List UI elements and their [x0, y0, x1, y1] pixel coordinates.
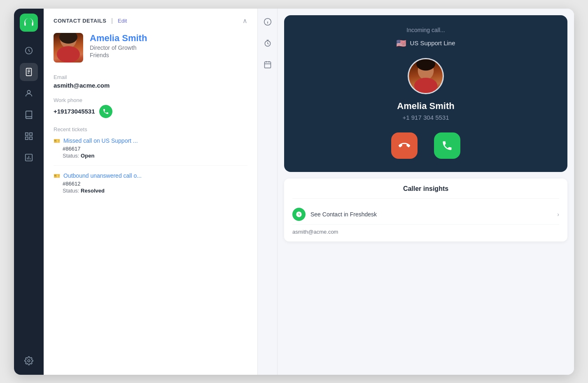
ticket-number-1: #86617: [63, 146, 247, 152]
contact-avatar: [54, 33, 83, 63]
header-divider: |: [111, 17, 113, 24]
freshdesk-icon: [292, 208, 306, 221]
ticket-status-1: Status: Open: [63, 153, 247, 159]
svg-point-11: [28, 360, 30, 362]
nav-item-tickets[interactable]: [20, 127, 38, 145]
insights-email: asmith@acme.com: [292, 225, 559, 235]
contact-header-left: CONTACT DETAILS | Edit: [54, 17, 127, 24]
svg-rect-19: [264, 62, 271, 68]
ticket-number-2: #86612: [63, 181, 247, 187]
right-panel: Incoming call... 🇺🇸 US Support Line: [278, 9, 574, 375]
recent-tickets-label: Recent tickets: [54, 126, 247, 132]
svg-point-25: [414, 78, 437, 93]
nav-item-dashboard[interactable]: [20, 42, 38, 60]
caller-avatar: [408, 58, 444, 94]
caller-phone: +1 917 304 5531: [402, 114, 449, 121]
incoming-call-card: Incoming call... 🇺🇸 US Support Line: [284, 15, 567, 172]
app-logo[interactable]: [20, 14, 38, 32]
email-section: Email asmith@acme.com: [54, 74, 247, 89]
ticket-item-2: 🎫 Outbound unanswered call o... #86612 S…: [54, 172, 247, 200]
app-container: CONTACT DETAILS | Edit ∧: [14, 9, 574, 375]
nav-item-settings[interactable]: [20, 352, 38, 370]
nav-item-phone[interactable]: [20, 63, 38, 81]
contact-avatar-image: [54, 33, 83, 63]
see-contact-row[interactable]: See Contact in Freshdesk ›: [292, 204, 559, 225]
calendar-icon[interactable]: [261, 58, 274, 71]
insights-title: Caller insights: [292, 185, 559, 199]
svg-rect-1: [26, 68, 32, 75]
call-phone-button[interactable]: [99, 105, 112, 118]
work-phone-row: +19173045531: [54, 105, 247, 118]
contact-role: Director of Growth: [90, 44, 247, 51]
svg-rect-6: [26, 132, 28, 135]
ticket-title-row-1: 🎫 Missed call on US Support ...: [54, 137, 247, 144]
nav-item-reports[interactable]: [20, 149, 38, 167]
contact-header: CONTACT DETAILS | Edit ∧: [54, 17, 247, 25]
ticket-icon-1: 🎫: [54, 138, 60, 144]
incoming-call-text: Incoming call...: [406, 27, 445, 33]
caller-avatar-image: [409, 59, 443, 93]
call-actions: [391, 132, 460, 159]
contact-details-text: Amelia Smith Director of Growth Friends: [90, 33, 247, 58]
work-phone-label: Work phone: [54, 97, 247, 103]
svg-rect-8: [26, 137, 28, 139]
left-nav: [14, 9, 44, 375]
contact-panel: CONTACT DETAILS | Edit ∧: [44, 9, 258, 375]
ticket-title-1[interactable]: Missed call on US Support ...: [63, 137, 138, 144]
svg-rect-9: [30, 137, 32, 139]
incoming-call-inner: Incoming call... 🇺🇸 US Support Line: [284, 15, 567, 172]
support-line-row: 🇺🇸 US Support Line: [396, 38, 455, 48]
accept-call-button[interactable]: [434, 132, 460, 159]
contact-info: Amelia Smith Director of Growth Friends: [54, 33, 247, 63]
collapse-icon[interactable]: ∧: [243, 17, 247, 25]
recent-tickets-section: Recent tickets 🎫 Missed call on US Suppo…: [54, 126, 247, 200]
contact-name: Amelia Smith: [90, 33, 247, 44]
nav-item-contacts[interactable]: [20, 84, 38, 102]
nav-item-knowledge[interactable]: [20, 106, 38, 124]
main-content: CONTACT DETAILS | Edit ∧: [44, 9, 574, 375]
see-contact-link[interactable]: See Contact in Freshdesk: [310, 211, 552, 218]
caller-name: Amelia Smith: [397, 101, 454, 111]
ticket-status-2: Status: Resolved: [63, 188, 247, 194]
caller-insights: Caller insights See Contact in Freshdesk…: [284, 179, 567, 241]
contact-company: Friends: [90, 52, 247, 58]
svg-rect-7: [30, 132, 32, 135]
email-value: asmith@acme.com: [54, 82, 247, 89]
email-label: Email: [54, 74, 247, 80]
work-phone-value: +19173045531: [54, 108, 95, 115]
ticket-item-1: 🎫 Missed call on US Support ... #86617 S…: [54, 137, 247, 166]
contact-details-title: CONTACT DETAILS: [54, 18, 106, 24]
support-line-name: US Support Line: [410, 39, 455, 46]
see-contact-chevron: ›: [557, 211, 559, 218]
svg-point-14: [57, 46, 80, 63]
svg-point-5: [27, 90, 30, 93]
timer-icon[interactable]: [261, 37, 274, 50]
ticket-icon-2: 🎫: [54, 173, 60, 179]
work-phone-section: Work phone +19173045531: [54, 97, 247, 118]
decline-call-button[interactable]: [391, 132, 418, 159]
edit-button[interactable]: Edit: [118, 18, 127, 24]
flag-icon: 🇺🇸: [396, 38, 406, 48]
info-icon[interactable]: [261, 15, 274, 28]
side-icons: [258, 9, 278, 375]
ticket-title-2[interactable]: Outbound unanswered call o...: [63, 172, 142, 179]
ticket-title-row-2: 🎫 Outbound unanswered call o...: [54, 172, 247, 179]
